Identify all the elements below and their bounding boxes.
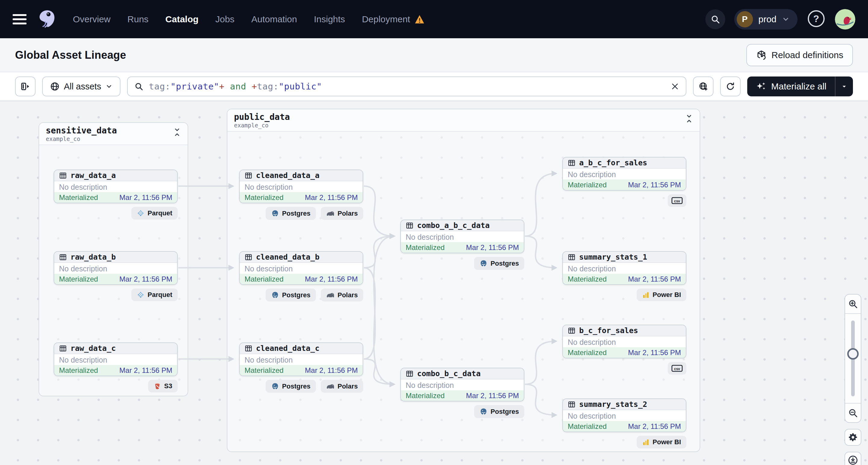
materialize-all-button[interactable]: Materialize all — [747, 76, 853, 96]
menu-icon[interactable] — [13, 14, 27, 24]
graph-settings-button[interactable] — [844, 429, 861, 446]
asset-node-b_c_for_sales[interactable]: b_c_for_sales No description Materialize… — [562, 324, 686, 359]
asset-node-header[interactable]: cleaned_data_c — [240, 343, 363, 354]
asset-node-summary_stats_2[interactable]: summary_stats_2 No description Materiali… — [562, 398, 686, 432]
nav-item-runs[interactable]: Runs — [127, 14, 149, 24]
asset-node-header[interactable]: combo_a_b_c_data — [401, 220, 524, 231]
asset-node-raw_data_b[interactable]: raw_data_b No description Materialized M… — [54, 251, 178, 285]
zoom-slider[interactable] — [845, 313, 861, 404]
kind-badge-polars[interactable]: Polars — [321, 207, 363, 220]
nav-item-deployment[interactable]: Deployment — [362, 14, 425, 24]
download-graph-button[interactable] — [844, 452, 861, 465]
asset-status-row: Materialized Mar 2, 11:56 PM — [401, 390, 524, 401]
asset-node-header[interactable]: cleaned_data_b — [240, 252, 363, 263]
refresh-graph-button[interactable] — [720, 76, 741, 96]
filter-to-group-button[interactable] — [693, 76, 713, 96]
asset-node-raw_data_a[interactable]: raw_data_a No description Materialized M… — [54, 169, 178, 203]
collapse-group-button[interactable] — [685, 112, 693, 124]
reload-definitions-button[interactable]: Reload definitions — [746, 44, 853, 66]
nav-item-jobs[interactable]: Jobs — [215, 14, 234, 24]
clear-filter-icon[interactable] — [671, 82, 679, 91]
nav-item-catalog[interactable]: Catalog — [165, 14, 198, 24]
help-button[interactable]: ? — [807, 9, 826, 30]
materialization-time: Mar 2, 11:56 PM — [305, 193, 358, 202]
asset-node-raw_data_c[interactable]: raw_data_c No description Materialized M… — [54, 342, 178, 376]
materialization-time: Mar 2, 11:56 PM — [119, 366, 172, 375]
collapse-group-icon — [685, 114, 693, 123]
asset-node-cleaned_data_a[interactable]: cleaned_data_a No description Materializ… — [239, 169, 363, 203]
asset-kind-badges: Power BI — [562, 436, 686, 448]
materialize-options-caret[interactable] — [835, 76, 853, 96]
kind-badge-csv[interactable]: csv — [668, 194, 686, 207]
kind-badge-polars[interactable]: Polars — [321, 288, 363, 302]
asset-name: raw_data_c — [70, 344, 116, 353]
asset-node-header[interactable]: a_b_c_for_sales — [563, 157, 686, 169]
nav-item-overview[interactable]: Overview — [73, 14, 111, 24]
asset-node-combo_a_b_c_data[interactable]: combo_a_b_c_data No description Material… — [400, 220, 524, 253]
zoom-slider-handle[interactable] — [847, 348, 859, 360]
open-sidebar-button[interactable] — [15, 76, 35, 96]
kind-badge-postgres[interactable]: Postgres — [266, 380, 316, 393]
nav-right-cluster: P prod ? — [705, 9, 855, 30]
nav-item-insights[interactable]: Insights — [314, 14, 345, 24]
help-icon: ? — [807, 9, 826, 28]
asset-node-header[interactable]: cleaned_data_a — [240, 170, 363, 181]
asset-node-header[interactable]: raw_data_c — [54, 343, 177, 354]
dagster-logo[interactable] — [37, 9, 57, 30]
materialize-all-main[interactable]: Materialize all — [747, 76, 835, 96]
kind-badge-polars[interactable]: Polars — [321, 380, 363, 393]
asset-status-row: Materialized Mar 2, 11:56 PM — [401, 242, 524, 253]
kind-badge-s3[interactable]: S3 — [148, 380, 178, 393]
asset-node-cleaned_data_b[interactable]: cleaned_data_b No description Materializ… — [239, 251, 363, 285]
asset-node-header[interactable]: summary_stats_1 — [563, 252, 686, 263]
global-search-button[interactable] — [705, 9, 725, 29]
postgres-icon — [271, 382, 279, 390]
environment-switcher[interactable]: P prod — [734, 9, 798, 30]
kind-label: Postgres — [491, 259, 519, 268]
asset-description: No description — [401, 379, 524, 390]
nav-item-automation[interactable]: Automation — [251, 14, 297, 24]
chevron-down-icon — [105, 83, 113, 90]
status-label: Materialized — [568, 275, 607, 283]
kind-badge-postgres[interactable]: Postgres — [474, 405, 524, 418]
parquet-icon — [137, 291, 145, 299]
asset-node-summary_stats_1[interactable]: summary_stats_1 No description Materiali… — [562, 251, 686, 285]
asset-filter-input[interactable]: tag:"private"+ and +tag:"public" — [127, 76, 686, 96]
collapse-group-button[interactable] — [173, 126, 181, 138]
user-avatar[interactable] — [835, 9, 855, 30]
asset-status-row: Materialized Mar 2, 11:56 PM — [240, 192, 363, 203]
sparkles-icon — [756, 81, 767, 92]
kind-label: Parquet — [148, 291, 172, 299]
zoom-out-icon — [848, 408, 858, 418]
asset-node-a_b_c_for_sales[interactable]: a_b_c_for_sales No description Materiali… — [562, 157, 686, 191]
asset-scope-dropdown[interactable]: All assets — [42, 76, 121, 96]
asset-node-header[interactable]: combo_b_c_data — [401, 368, 524, 379]
asset-node-header[interactable]: summary_stats_2 — [563, 399, 686, 410]
zoom-in-button[interactable] — [845, 294, 861, 313]
kind-badge-postgres[interactable]: Postgres — [266, 288, 316, 302]
asset-node-cleaned_data_c[interactable]: cleaned_data_c No description Materializ… — [239, 342, 363, 376]
kind-badge-parquet[interactable]: Parquet — [131, 288, 178, 301]
asset-node-combo_b_c_data[interactable]: combo_b_c_data No description Materializ… — [400, 368, 524, 401]
asset-node-header[interactable]: raw_data_a — [54, 170, 177, 181]
kind-badge-postgres[interactable]: Postgres — [266, 207, 316, 220]
query-token: tag: — [149, 81, 170, 92]
kind-badge-parquet[interactable]: Parquet — [131, 207, 178, 220]
asset-node-header[interactable]: raw_data_b — [54, 252, 177, 263]
zoom-out-button[interactable] — [845, 404, 861, 422]
asset-name: raw_data_a — [70, 171, 116, 180]
kind-badge-postgres[interactable]: Postgres — [474, 257, 524, 270]
view-controls — [844, 294, 861, 465]
query-token: + — [251, 81, 257, 92]
group-header[interactable]: public_data example_co — [227, 109, 700, 132]
asset-node-header[interactable]: b_c_for_sales — [563, 325, 686, 336]
kind-badge-power-bi[interactable]: Power BI — [637, 436, 686, 448]
kind-badge-csv[interactable]: csv — [668, 362, 686, 375]
kind-badge-power-bi[interactable]: Power BI — [637, 288, 686, 301]
gear-icon — [847, 432, 858, 443]
zoom-control — [844, 294, 861, 423]
table-icon — [245, 172, 252, 180]
group-header[interactable]: sensitive_data example_co — [39, 123, 188, 145]
asset-kind-badges: Postgres — [400, 257, 524, 270]
lineage-canvas[interactable]: sensitive_data example_co public_data ex… — [0, 101, 868, 464]
